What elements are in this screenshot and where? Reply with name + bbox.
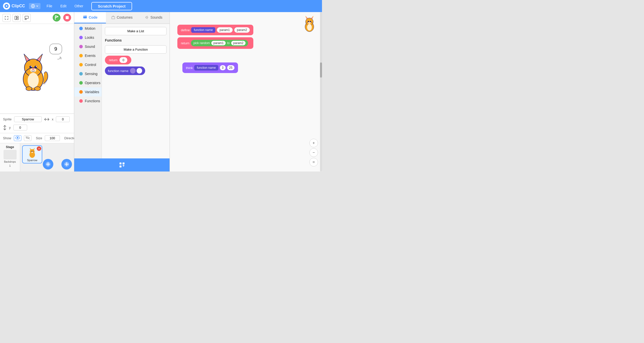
make-list-button[interactable]: Make a List (105, 27, 167, 35)
svg-marker-31 (30, 148, 31, 150)
svg-point-21 (32, 68, 34, 70)
logo: ClipCC (3, 3, 25, 10)
add-extension-icon (119, 162, 125, 168)
expand-stage-button[interactable] (3, 14, 11, 22)
y-input[interactable] (13, 125, 27, 130)
toggle-on (137, 68, 142, 74)
category-operators[interactable]: Operators (74, 78, 102, 87)
return-value[interactable]: 0 (119, 57, 127, 63)
y-label: y (9, 126, 11, 129)
make-function-button[interactable]: Make a Function (105, 45, 167, 54)
return-block[interactable]: return 0 (105, 56, 131, 64)
stage-toolbar (0, 12, 74, 24)
blocks-panel: Make a List Functions Make a Function re… (102, 24, 170, 158)
edit-menu[interactable]: Edit (58, 3, 68, 9)
param2-arg: param2 (231, 41, 246, 45)
language-button[interactable] (29, 3, 41, 9)
show-hidden-button[interactable] (24, 135, 31, 141)
size-input[interactable] (45, 135, 60, 141)
svg-rect-3 (17, 16, 18, 18)
category-events[interactable]: Events (74, 51, 102, 60)
svg-rect-2 (15, 16, 16, 20)
add-extension-button[interactable] (119, 162, 125, 168)
param2-oval: param2 (234, 27, 250, 33)
define-block: define function name param1 param2 retur… (177, 25, 253, 49)
add-backdrop-button[interactable] (43, 159, 53, 169)
category-looks[interactable]: Looks (74, 33, 102, 42)
svg-point-7 (53, 14, 60, 21)
left-panel: 9 (0, 12, 74, 172)
bottom-panel: Sprite x y Show Size (0, 114, 74, 172)
category-control[interactable]: Control (74, 60, 102, 69)
svg-point-57 (307, 24, 312, 30)
param1-arg: param1 (211, 41, 226, 45)
sprite-area: 9 (12, 41, 62, 96)
function-name-label: function name (108, 69, 129, 73)
x-input[interactable] (56, 116, 70, 122)
return-label: return (109, 58, 117, 62)
svg-rect-4 (17, 18, 18, 20)
project-title[interactable]: Scratch Project (91, 2, 132, 10)
svg-point-40 (84, 16, 85, 16)
svg-point-25 (26, 87, 32, 91)
sprite-name-input[interactable] (14, 116, 42, 122)
center-panel: Code Costumes Sounds Motion Looks (74, 12, 170, 172)
svg-point-33 (31, 151, 32, 152)
category-motion[interactable]: Motion (74, 24, 102, 33)
svg-point-28 (17, 137, 18, 139)
zoom-out-button[interactable]: − (309, 148, 318, 157)
x-label: x (52, 117, 54, 121)
layout-button2[interactable] (23, 14, 31, 22)
svg-point-41 (85, 16, 85, 16)
sprite-info: Sprite x y (0, 114, 74, 133)
svg-point-39 (84, 16, 84, 16)
category-sound[interactable]: Sound (74, 42, 102, 51)
category-variables[interactable]: Variables (74, 87, 102, 96)
fox-sprite (17, 51, 50, 96)
define-function-name: function name (191, 27, 215, 33)
function-toggle-block[interactable]: function name (105, 66, 145, 75)
svg-point-19 (36, 66, 37, 67)
topbar: ClipCC File Edit Other Scratch Project (0, 0, 322, 12)
tab-code[interactable]: Code (74, 12, 106, 23)
svg-rect-44 (119, 165, 122, 167)
category-sensing[interactable]: Sensing (74, 69, 102, 78)
sprites-area: ✕ Sparrow (20, 143, 74, 172)
zoom-reset-button[interactable]: = (309, 158, 318, 166)
bottom-tab-bar (74, 158, 170, 172)
file-menu[interactable]: File (45, 3, 54, 9)
sprite-delete-button[interactable]: ✕ (37, 146, 41, 151)
category-list: Motion Looks Sound Events Control (74, 24, 102, 158)
svg-point-54 (309, 22, 310, 23)
tab-sounds[interactable]: Sounds (138, 12, 170, 23)
svg-rect-6 (25, 19, 26, 20)
add-sprite-button[interactable] (61, 159, 72, 169)
backdrops-label: Backdrops (4, 160, 16, 163)
show-visible-button[interactable] (14, 135, 21, 141)
toggle-switch[interactable] (130, 68, 142, 74)
svg-rect-5 (25, 16, 28, 18)
other-menu[interactable]: Other (72, 3, 85, 9)
code-scrollbar[interactable] (320, 12, 322, 172)
stop-button[interactable] (63, 14, 71, 22)
sprite-thumb-label: Sparrow (27, 159, 37, 162)
sprite-label: Sprite (3, 117, 12, 121)
code-scrollbar-thumb[interactable] (320, 62, 322, 78)
category-functions[interactable]: Functions (74, 96, 102, 106)
functions-title: Functions (105, 37, 167, 43)
sprite-list-area: Stage Backdrops 1 ✕ (0, 143, 74, 172)
sprite-thumb-sparrow[interactable]: ✕ Sparrow (22, 145, 42, 163)
layout-button1[interactable] (13, 14, 21, 22)
svg-point-24 (28, 73, 39, 88)
tab-costumes[interactable]: Costumes (106, 12, 138, 23)
toggle-off (130, 68, 136, 74)
zoom-in-button[interactable]: + (309, 139, 318, 147)
param1-oval: param1 (217, 27, 233, 33)
speech-bubble: 9 (49, 44, 62, 54)
stage-thumbnail[interactable] (4, 150, 17, 159)
think-block: think function name 3 25 (182, 62, 238, 73)
svg-point-35 (31, 152, 33, 153)
define-hat-block: define function name param1 param2 (177, 25, 253, 35)
code-icon (83, 15, 87, 20)
green-flag-button[interactable] (52, 14, 61, 22)
